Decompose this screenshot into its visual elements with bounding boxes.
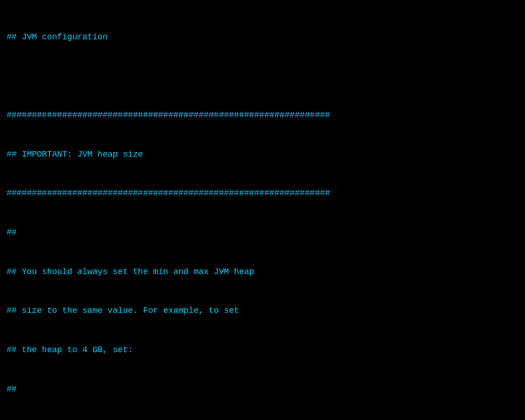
line-empty-1 <box>7 70 518 83</box>
line-you-should: ## You should always set the min and max… <box>7 266 518 279</box>
line-size-to: ## size to the same value. For example, … <box>7 304 518 318</box>
line-hash-empty-2: ## <box>7 383 518 396</box>
editor-container: ## JVM configuration ###################… <box>7 5 518 420</box>
line-hash-1: ########################################… <box>7 109 518 122</box>
line-hash-empty-1: ## <box>7 226 518 239</box>
line-hash-2: ########################################… <box>7 187 518 200</box>
line-important: ## IMPORTANT: JVM heap size <box>7 148 518 161</box>
line-jvm-config: ## JVM configuration <box>7 31 518 44</box>
line-the-heap: ## the heap to 4 GB, set: <box>7 344 518 357</box>
